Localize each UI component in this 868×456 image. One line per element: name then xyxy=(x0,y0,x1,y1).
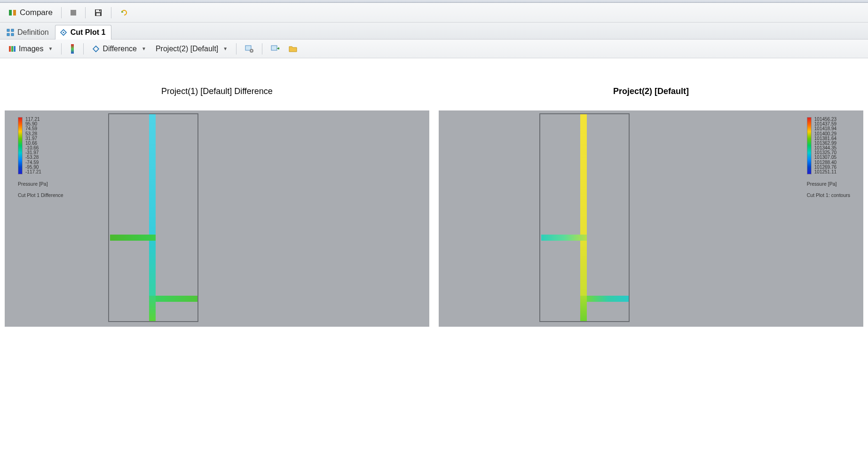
refresh-icon xyxy=(120,8,128,17)
svg-rect-10 xyxy=(11,33,14,36)
chevron-down-icon: ▼ xyxy=(142,46,146,51)
geometry-outline xyxy=(539,113,630,322)
panel-left: Project(1) [Default] Difference 117.21 9… xyxy=(5,58,429,327)
toolbar-separator xyxy=(61,43,62,55)
channel-branch-right xyxy=(587,296,629,302)
legend-button[interactable] xyxy=(66,42,79,55)
content-area: Project(1) [Default] Difference 117.21 9… xyxy=(0,58,868,327)
legend-right-colorbar xyxy=(807,117,812,174)
toolbar-separator xyxy=(262,43,262,55)
geometry-outline xyxy=(108,113,198,322)
open-folder-button[interactable] xyxy=(285,43,301,55)
svg-point-11 xyxy=(63,32,64,33)
legend-left-caption: Pressure [Pa] xyxy=(18,181,63,187)
compare-button[interactable]: Compare xyxy=(5,6,56,19)
legend-right-values: 101456.23 101437.59 101418.94 101400.29 … xyxy=(814,117,836,174)
svg-rect-14 xyxy=(14,46,16,52)
tabs-row: Definition Cut Plot 1 xyxy=(0,23,868,39)
svg-rect-12 xyxy=(9,46,11,52)
legend-tick: 101307.05 xyxy=(814,155,836,160)
refresh-button[interactable] xyxy=(116,7,132,19)
export-image-button[interactable] xyxy=(267,43,283,55)
svg-rect-0 xyxy=(9,10,12,16)
plot-gear-icon xyxy=(245,45,253,53)
floppy-icon xyxy=(94,8,103,17)
channel-branch-right xyxy=(156,296,197,302)
svg-rect-5 xyxy=(96,13,100,16)
sub-toolbar: Images ▼ Difference ▼ Project(2) [Defaul… xyxy=(0,39,868,58)
svg-rect-7 xyxy=(7,29,9,31)
panel-right-title: Project(2) [Default] xyxy=(439,58,863,110)
legend-tick: -53.28 xyxy=(25,155,41,160)
compare-label: Compare xyxy=(20,8,53,17)
legend-left: 117.21 95.90 74.59 53.28 31.97 10.66 -10… xyxy=(18,117,63,198)
color-scale-icon xyxy=(70,44,75,54)
toolbar-separator xyxy=(85,7,86,18)
svg-rect-15 xyxy=(71,44,74,54)
mode-dropdown[interactable]: Difference ▼ xyxy=(88,43,150,55)
difference-icon xyxy=(92,45,100,53)
images-icon xyxy=(8,45,16,53)
images-label: Images xyxy=(19,45,43,53)
svg-rect-2 xyxy=(71,10,76,16)
svg-rect-1 xyxy=(13,10,16,16)
legend-tick: 101251.11 xyxy=(814,170,836,174)
geometry-right xyxy=(539,113,630,322)
geometry-left xyxy=(108,113,198,322)
toolbar-separator xyxy=(61,7,62,18)
chevron-down-icon: ▼ xyxy=(48,46,53,51)
save-button[interactable] xyxy=(90,7,106,19)
legend-tick: -117.21 xyxy=(25,170,41,174)
chevron-down-icon: ▼ xyxy=(223,46,228,51)
toolbar-separator xyxy=(236,43,237,55)
toolbar-separator xyxy=(111,7,111,18)
tab-cut-plot-1[interactable]: Cut Plot 1 xyxy=(55,25,112,39)
tab-definition[interactable]: Definition xyxy=(2,25,55,39)
svg-point-18 xyxy=(251,50,253,51)
plot-settings-button[interactable] xyxy=(241,43,257,55)
stop-icon xyxy=(70,9,77,16)
main-toolbar: Compare xyxy=(0,3,868,23)
legend-left-colorbar xyxy=(18,117,23,174)
svg-rect-9 xyxy=(7,33,9,36)
stop-button[interactable] xyxy=(66,8,80,18)
legend-left-values: 117.21 95.90 74.59 53.28 31.97 10.66 -10… xyxy=(25,117,41,174)
channel-vertical xyxy=(149,114,156,235)
panel-left-title: Project(1) [Default] Difference xyxy=(5,58,429,110)
svg-rect-13 xyxy=(11,46,13,52)
svg-rect-6 xyxy=(99,10,100,11)
channel-branch-left xyxy=(541,235,587,241)
project-dropdown[interactable]: Project(2) [Default] ▼ xyxy=(152,43,231,55)
legend-tick: 101418.94 xyxy=(814,126,836,131)
legend-right: 101456.23 101437.59 101418.94 101400.29 … xyxy=(807,117,850,198)
compare-icon xyxy=(8,8,17,17)
folder-icon xyxy=(289,45,297,53)
channel-vertical xyxy=(580,114,587,235)
project-label: Project(2) [Default] xyxy=(156,45,218,53)
channel-vertical xyxy=(580,296,587,321)
legend-left-sub: Cut Plot 1 Difference xyxy=(18,192,63,198)
toolbar-separator xyxy=(83,43,84,55)
legend-right-sub: Cut Plot 1: contours xyxy=(807,192,850,198)
viewport-right[interactable]: 101456.23 101437.59 101418.94 101400.29 … xyxy=(439,110,863,327)
channel-vertical xyxy=(149,235,156,296)
channel-branch-left xyxy=(110,235,156,241)
cut-plot-icon xyxy=(59,28,68,37)
legend-right-caption: Pressure [Pa] xyxy=(807,181,850,187)
mode-label: Difference xyxy=(103,45,137,53)
channel-vertical xyxy=(580,235,587,296)
panel-right: Project(2) [Default] 101456.23 101437.59… xyxy=(439,58,863,327)
svg-rect-19 xyxy=(271,46,277,50)
tab-definition-label: Definition xyxy=(17,28,49,37)
channel-vertical xyxy=(149,296,156,321)
tab-cut-plot-1-label: Cut Plot 1 xyxy=(71,28,106,37)
images-dropdown[interactable]: Images ▼ xyxy=(5,43,56,55)
svg-rect-8 xyxy=(11,29,14,31)
legend-tick: 74.59 xyxy=(25,126,41,131)
viewport-left[interactable]: 117.21 95.90 74.59 53.28 31.97 10.66 -10… xyxy=(5,110,429,327)
definition-icon xyxy=(6,28,15,37)
image-export-icon xyxy=(271,45,279,53)
